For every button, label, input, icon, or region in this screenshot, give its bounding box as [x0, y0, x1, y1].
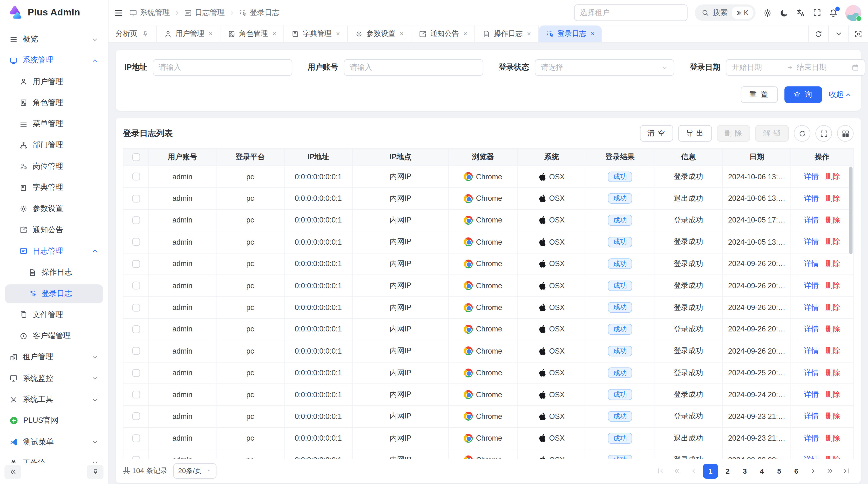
- fullscreen-table-button[interactable]: [815, 125, 832, 142]
- page-5-button[interactable]: 5: [772, 463, 787, 479]
- ip-address-input[interactable]: 请输入: [153, 59, 292, 76]
- tab-more-chevron-icon[interactable]: [828, 26, 848, 42]
- sidebar-item-tenant-management[interactable]: 租户管理: [5, 348, 103, 366]
- sidebar-item-plus-website[interactable]: PLUS官网: [5, 412, 103, 430]
- collapse-filter-link[interactable]: 收起: [829, 90, 852, 100]
- row-checkbox[interactable]: [132, 347, 140, 355]
- column-settings-button[interactable]: [837, 125, 854, 142]
- sidebar-item-menu-management[interactable]: 菜单管理: [5, 115, 103, 133]
- select-all-checkbox[interactable]: [132, 153, 140, 161]
- row-checkbox[interactable]: [132, 282, 140, 289]
- prev-pages-button[interactable]: [670, 464, 684, 478]
- translate-icon[interactable]: [796, 8, 806, 18]
- row-checkbox[interactable]: [132, 434, 140, 442]
- sidebar-item-file-management[interactable]: 文件管理: [5, 305, 103, 324]
- menu-toggle-icon[interactable]: [114, 8, 123, 18]
- tab-login-log[interactable]: 登录日志×: [539, 26, 602, 42]
- delete-link[interactable]: 删除: [825, 215, 840, 225]
- detail-link[interactable]: 详情: [804, 390, 819, 400]
- sidebar-item-dict-management[interactable]: 字典管理: [5, 178, 103, 197]
- settings-gear-icon[interactable]: [763, 8, 772, 18]
- tab-notice[interactable]: 通知公告×: [411, 26, 475, 42]
- detail-link[interactable]: 详情: [804, 194, 819, 203]
- detail-link[interactable]: 详情: [804, 215, 819, 225]
- detail-link[interactable]: 详情: [804, 302, 819, 312]
- refresh-tab-icon[interactable]: [808, 26, 828, 42]
- sidebar-item-test-menu[interactable]: 测试菜单: [5, 433, 103, 451]
- export-button[interactable]: 导 出: [678, 125, 712, 142]
- tab-role-management[interactable]: 角色管理×: [220, 26, 284, 42]
- sidebar-item-system-management[interactable]: 系统管理: [5, 51, 103, 70]
- delete-link[interactable]: 删除: [825, 281, 840, 290]
- sidebar-item-dept-management[interactable]: 部门管理: [5, 136, 103, 155]
- collapse-sidebar-button[interactable]: [4, 465, 21, 479]
- detail-link[interactable]: 详情: [804, 455, 819, 459]
- close-tab-icon[interactable]: ×: [273, 30, 276, 38]
- sidebar-item-workflow[interactable]: 工作流: [5, 454, 103, 463]
- sidebar-item-overview[interactable]: 概览: [5, 30, 103, 49]
- fullscreen-icon[interactable]: [812, 8, 822, 17]
- close-tab-icon[interactable]: ×: [591, 30, 595, 38]
- breadcrumb-item-log-management[interactable]: 日志管理: [184, 8, 225, 18]
- row-checkbox[interactable]: [132, 391, 140, 398]
- row-checkbox[interactable]: [132, 303, 140, 311]
- page-2-button[interactable]: 2: [720, 463, 735, 479]
- login-status-select[interactable]: 请选择: [535, 59, 674, 76]
- next-page-button[interactable]: [806, 464, 820, 478]
- close-tab-icon[interactable]: ×: [463, 30, 467, 38]
- row-checkbox[interactable]: [132, 195, 140, 202]
- row-checkbox[interactable]: [132, 217, 140, 224]
- detail-link[interactable]: 详情: [804, 259, 819, 269]
- tab-param-settings[interactable]: 参数设置×: [348, 26, 411, 42]
- dark-mode-moon-icon[interactable]: [779, 8, 789, 18]
- sidebar-item-login-log[interactable]: 登录日志: [5, 284, 103, 303]
- reset-button[interactable]: 重 置: [740, 86, 778, 103]
- sidebar-item-system-monitor[interactable]: 系统监控: [5, 369, 103, 388]
- search-button[interactable]: 查 询: [784, 86, 822, 103]
- logo-row[interactable]: Plus Admin: [0, 0, 108, 26]
- sidebar-item-user-management[interactable]: 用户管理: [5, 72, 103, 91]
- page-6-button[interactable]: 6: [789, 463, 804, 479]
- delete-link[interactable]: 删除: [825, 346, 840, 356]
- delete-link[interactable]: 删除: [825, 194, 840, 203]
- detail-link[interactable]: 详情: [804, 281, 819, 290]
- row-checkbox[interactable]: [132, 238, 140, 246]
- detail-link[interactable]: 详情: [804, 172, 819, 182]
- detail-link[interactable]: 详情: [804, 433, 819, 443]
- table-scrollbar[interactable]: [849, 167, 852, 254]
- first-page-button[interactable]: [653, 464, 668, 478]
- clear-button[interactable]: 清 空: [640, 125, 673, 142]
- delete-link[interactable]: 删除: [825, 433, 840, 443]
- row-checkbox[interactable]: [132, 325, 140, 333]
- prev-page-button[interactable]: [686, 464, 701, 478]
- refresh-table-button[interactable]: [794, 125, 810, 142]
- page-3-button[interactable]: 3: [737, 463, 752, 479]
- global-search[interactable]: 搜索 K: [695, 4, 756, 21]
- sidebar-item-operation-log[interactable]: 操作日志: [5, 263, 103, 282]
- tab-dict-management[interactable]: 字典管理×: [284, 26, 348, 42]
- row-checkbox[interactable]: [132, 260, 140, 268]
- detail-link[interactable]: 详情: [804, 324, 819, 334]
- user-account-input[interactable]: 请输入: [344, 59, 483, 76]
- detail-link[interactable]: 详情: [804, 237, 819, 247]
- sidebar-item-notice[interactable]: 通知公告: [5, 221, 103, 239]
- tab-analysis[interactable]: 分析页: [108, 26, 157, 42]
- tenant-select[interactable]: 选择租户: [574, 4, 687, 21]
- delete-link[interactable]: 删除: [825, 259, 840, 269]
- delete-link[interactable]: 删除: [825, 302, 840, 312]
- detail-link[interactable]: 详情: [804, 346, 819, 356]
- login-date-daterange[interactable]: 开始日期结束日期: [726, 59, 865, 76]
- last-page-button[interactable]: [839, 464, 854, 478]
- row-checkbox[interactable]: [132, 413, 140, 420]
- delete-link[interactable]: 删除: [825, 324, 840, 334]
- tab-operation-log[interactable]: 操作日志×: [475, 26, 539, 42]
- content-fullscreen-icon[interactable]: [848, 26, 868, 42]
- close-tab-icon[interactable]: ×: [209, 30, 213, 38]
- detail-link[interactable]: 详情: [804, 412, 819, 421]
- sidebar-item-client-management[interactable]: 客户端管理: [5, 327, 103, 346]
- tab-user-management[interactable]: 用户管理×: [157, 26, 220, 42]
- notifications-bell-icon[interactable]: [829, 8, 838, 18]
- breadcrumb-item-system-management[interactable]: 系统管理: [129, 8, 170, 18]
- sidebar-item-post-management[interactable]: 岗位管理: [5, 157, 103, 176]
- next-pages-button[interactable]: [823, 464, 837, 478]
